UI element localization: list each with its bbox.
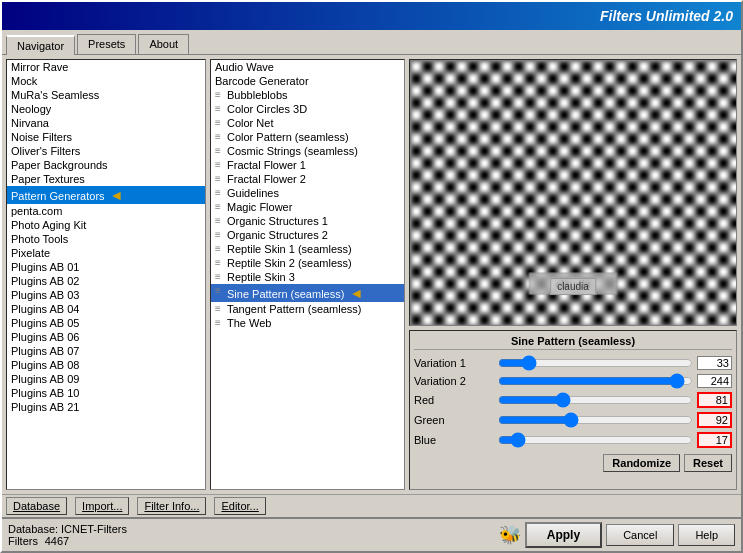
title-text: Filters Unlimited 2.0: [600, 8, 733, 24]
filter-color-net[interactable]: Color Net: [211, 116, 404, 130]
bottom-toolbar: Database Import... Filter Info... Editor…: [2, 494, 741, 517]
filter-panel[interactable]: Audio Wave Barcode Generator Bubbleblobs…: [210, 59, 405, 490]
filter-cosmic[interactable]: Cosmic Strings (seamless): [211, 144, 404, 158]
nav-item-paper-bg[interactable]: Paper Backgrounds: [7, 158, 205, 172]
nav-item-plugins-06[interactable]: Plugins AB 06: [7, 330, 205, 344]
filter-name-display: Sine Pattern (seamless): [414, 335, 732, 350]
filter-info-button[interactable]: Filter Info...: [137, 497, 206, 515]
nav-item-nirvana[interactable]: Nirvana: [7, 116, 205, 130]
nav-item-paper-tex[interactable]: Paper Textures: [7, 172, 205, 186]
param-value-var2: 244: [697, 374, 732, 388]
nav-item-penta[interactable]: penta.com: [7, 204, 205, 218]
param-green: Green 92: [414, 412, 732, 428]
param-value-var1: 33: [697, 356, 732, 370]
reset-button[interactable]: Reset: [684, 454, 732, 472]
param-blue: Blue 17: [414, 432, 732, 448]
filter-barcode[interactable]: Barcode Generator: [211, 74, 404, 88]
param-label-green: Green: [414, 414, 494, 426]
filter-color-circles[interactable]: Color Circles 3D: [211, 102, 404, 116]
param-variation2: Variation 2 244: [414, 374, 732, 388]
nav-item-noise[interactable]: Noise Filters: [7, 130, 205, 144]
param-value-red: 81: [697, 392, 732, 408]
param-variation1: Variation 1 33: [414, 356, 732, 370]
main-window: Filters Unlimited 2.0 Navigator Presets …: [0, 0, 743, 553]
filter-the-web[interactable]: The Web: [211, 316, 404, 330]
nav-item-pixelate[interactable]: Pixelate: [7, 246, 205, 260]
nav-item-pattern-gen[interactable]: Pattern Generators ◄: [7, 186, 205, 204]
toolbar-left: Database Import... Filter Info... Editor…: [6, 497, 266, 515]
param-label-blue: Blue: [414, 434, 494, 446]
param-label-var2: Variation 2: [414, 375, 494, 387]
bee-icon: 🐝: [499, 524, 521, 546]
param-value-green: 92: [697, 412, 732, 428]
param-slider-blue[interactable]: [498, 434, 693, 446]
param-slider-green[interactable]: [498, 414, 693, 426]
editor-button[interactable]: Editor...: [214, 497, 265, 515]
nav-item-muras[interactable]: MuRa's Seamless: [7, 88, 205, 102]
nav-item-neology[interactable]: Neology: [7, 102, 205, 116]
param-red: Red 81: [414, 392, 732, 408]
nav-item-plugins-21[interactable]: Plugins AB 21: [7, 400, 205, 414]
main-content: Mirror Rave Mock MuRa's Seamless Neology…: [2, 55, 741, 494]
watermark: claudia: [550, 278, 596, 295]
filter-bubbleblobs[interactable]: Bubbleblobs: [211, 88, 404, 102]
filter-color-pattern[interactable]: Color Pattern (seamless): [211, 130, 404, 144]
status-bar: Database: ICNET-Filters Filters 4467 🐝 A…: [2, 517, 741, 551]
nav-item-photo-tools[interactable]: Photo Tools: [7, 232, 205, 246]
right-panel: claudia Sine Pattern (seamless) Variatio…: [409, 59, 737, 490]
status-left: Database: ICNET-Filters Filters 4467: [8, 523, 127, 547]
title-bar: Filters Unlimited 2.0: [2, 2, 741, 30]
nav-item-oliver[interactable]: Oliver's Filters: [7, 144, 205, 158]
nav-item-plugins-07[interactable]: Plugins AB 07: [7, 344, 205, 358]
tab-navigator[interactable]: Navigator: [6, 35, 75, 55]
nav-item-plugins-04[interactable]: Plugins AB 04: [7, 302, 205, 316]
nav-item-mirror-rave[interactable]: Mirror Rave: [7, 60, 205, 74]
arrow-icon-2: ◄: [349, 285, 363, 301]
filter-fractal-1[interactable]: Fractal Flower 1: [211, 158, 404, 172]
action-buttons: 🐝 Apply Cancel Help: [499, 522, 735, 548]
filter-fractal-2[interactable]: Fractal Flower 2: [211, 172, 404, 186]
param-value-blue: 17: [697, 432, 732, 448]
database-button[interactable]: Database: [6, 497, 67, 515]
tab-about[interactable]: About: [138, 34, 189, 54]
nav-item-mock[interactable]: Mock: [7, 74, 205, 88]
filter-tangent[interactable]: Tangent Pattern (seamless): [211, 302, 404, 316]
filter-audio-wave[interactable]: Audio Wave: [211, 60, 404, 74]
status-filters: Filters 4467: [8, 535, 127, 547]
navigator-panel[interactable]: Mirror Rave Mock MuRa's Seamless Neology…: [6, 59, 206, 490]
nav-item-plugins-05[interactable]: Plugins AB 05: [7, 316, 205, 330]
nav-item-plugins-10[interactable]: Plugins AB 10: [7, 386, 205, 400]
filter-reptile-3[interactable]: Reptile Skin 3: [211, 270, 404, 284]
params-area: Sine Pattern (seamless) Variation 1 33 V…: [409, 330, 737, 490]
param-slider-red[interactable]: [498, 394, 693, 406]
tab-presets[interactable]: Presets: [77, 34, 136, 54]
randomize-button[interactable]: Randomize: [603, 454, 680, 472]
apply-button[interactable]: Apply: [525, 522, 602, 548]
arrow-icon: ◄: [110, 187, 124, 203]
param-slider-var1[interactable]: [498, 357, 693, 369]
filter-organic-2[interactable]: Organic Structures 2: [211, 228, 404, 242]
cancel-button[interactable]: Cancel: [606, 524, 674, 546]
param-label-var1: Variation 1: [414, 357, 494, 369]
import-button[interactable]: Import...: [75, 497, 129, 515]
filter-sine-pattern[interactable]: Sine Pattern (seamless) ◄: [211, 284, 404, 302]
help-button[interactable]: Help: [678, 524, 735, 546]
preview-area: claudia: [409, 59, 737, 326]
nav-item-plugins-09[interactable]: Plugins AB 09: [7, 372, 205, 386]
nav-item-plugins-03[interactable]: Plugins AB 03: [7, 288, 205, 302]
nav-item-photo-aging[interactable]: Photo Aging Kit: [7, 218, 205, 232]
filter-organic-1[interactable]: Organic Structures 1: [211, 214, 404, 228]
param-label-red: Red: [414, 394, 494, 406]
status-database: Database: ICNET-Filters: [8, 523, 127, 535]
param-slider-var2[interactable]: [498, 375, 693, 387]
filter-reptile-1[interactable]: Reptile Skin 1 (seamless): [211, 242, 404, 256]
nav-item-plugins-08[interactable]: Plugins AB 08: [7, 358, 205, 372]
filter-magic-flower[interactable]: Magic Flower: [211, 200, 404, 214]
filter-guidelines[interactable]: Guidelines: [211, 186, 404, 200]
filter-reptile-2[interactable]: Reptile Skin 2 (seamless): [211, 256, 404, 270]
tabs-bar: Navigator Presets About: [2, 30, 741, 55]
nav-item-plugins-02[interactable]: Plugins AB 02: [7, 274, 205, 288]
nav-item-plugins-01[interactable]: Plugins AB 01: [7, 260, 205, 274]
